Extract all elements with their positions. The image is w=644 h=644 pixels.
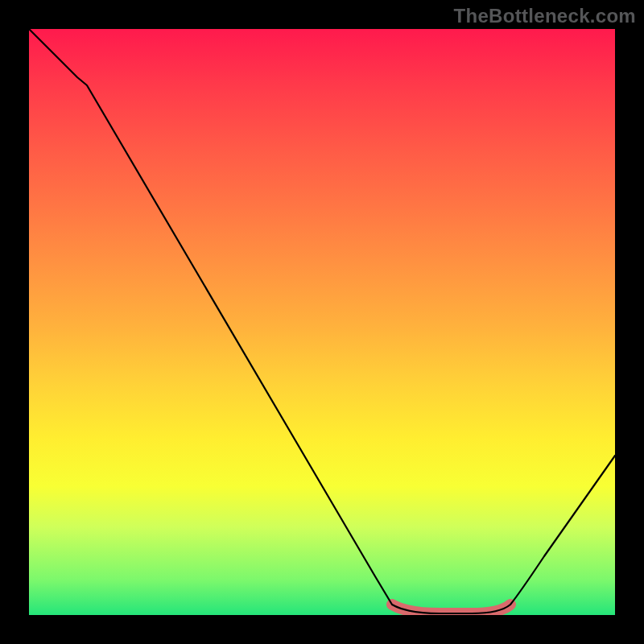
- watermark-label: TheBottleneck.com: [454, 5, 636, 27]
- bottleneck-curve: [29, 29, 615, 613]
- curve-svg: [29, 29, 615, 615]
- chart-container: TheBottleneck.com: [0, 0, 644, 644]
- plot-area: [29, 29, 615, 615]
